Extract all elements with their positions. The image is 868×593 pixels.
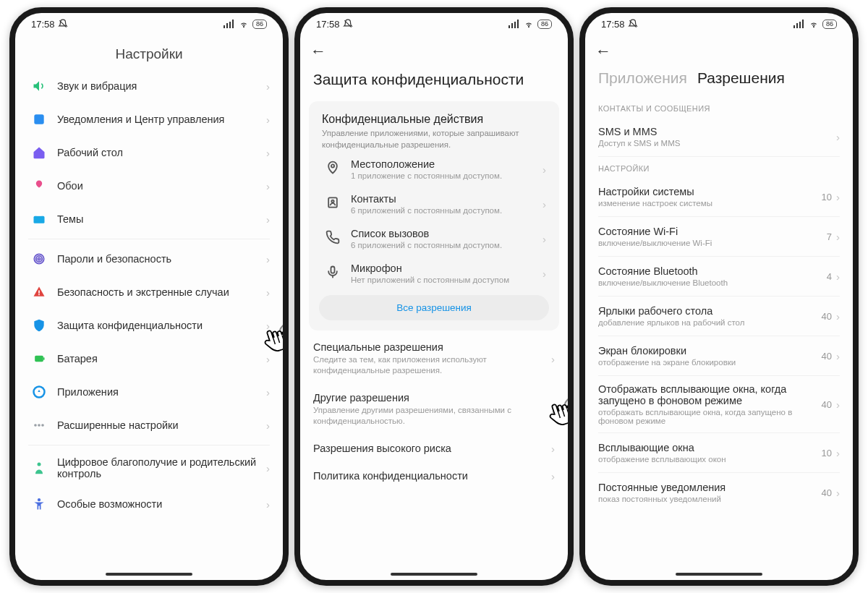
- back-button[interactable]: ←: [595, 42, 611, 61]
- permission-row[interactable]: Постоянные уведомленияпоказ постоянных у…: [585, 473, 853, 512]
- row-subtitle: Следите за тем, как приложения использую…: [313, 354, 555, 376]
- settings-row[interactable]: Приложения›: [15, 375, 283, 409]
- permission-row[interactable]: Экран блокировкиотображение на экране бл…: [585, 336, 853, 375]
- settings-row[interactable]: Рабочий стол›: [15, 136, 283, 169]
- permission-row[interactable]: Настройки системыизменение настроек сист…: [585, 177, 853, 216]
- row-title: Разрешения высокого риска: [313, 443, 555, 454]
- permission-row[interactable]: Состояние Bluetoothвключение/выключение …: [585, 257, 853, 296]
- row-label: Темы: [57, 213, 266, 225]
- svg-rect-21: [509, 25, 510, 28]
- row-label: Безопасность и экстренные случаи: [57, 286, 266, 298]
- shield-icon: [31, 317, 47, 333]
- all-permissions-button[interactable]: Все разрешения: [319, 295, 549, 320]
- status-bar: 17:58 86: [15, 13, 283, 35]
- settings-row[interactable]: Батарея›: [15, 342, 283, 375]
- settings-row[interactable]: Звук и вибрация›: [15, 69, 283, 103]
- settings-row[interactable]: Расширенные настройки›: [15, 409, 283, 442]
- row-label: Рабочий стол: [57, 147, 266, 158]
- row-title: Политика конфиденциальности: [313, 470, 555, 482]
- row-subtitle: 6 приложений с постоянным доступом.: [351, 241, 542, 249]
- row-label: Цифровое благополучие и родительский кон…: [57, 456, 266, 479]
- svg-point-17: [38, 424, 41, 427]
- row-title: Контакты: [351, 193, 542, 205]
- svg-rect-30: [793, 25, 795, 28]
- row-title: Экран блокировки: [598, 345, 822, 357]
- permission-row[interactable]: Контакты6 приложений с постоянным доступ…: [312, 187, 556, 221]
- svg-rect-33: [802, 20, 804, 28]
- settings-row[interactable]: Безопасность и экстренные случаи›: [15, 276, 283, 309]
- chevron-right-icon: ›: [266, 80, 270, 93]
- row-title: Список вызовов: [351, 228, 542, 239]
- section-settings: НАСТРОЙКИ: [585, 157, 853, 177]
- permission-row[interactable]: Местоположение1 приложение с постоянным …: [312, 152, 556, 187]
- chevron-right-icon: ›: [836, 191, 840, 203]
- chevron-right-icon: ›: [551, 469, 555, 482]
- permission-row[interactable]: Отображать всплывающие окна, когда запущ…: [585, 376, 853, 432]
- row-title: Микрофон: [351, 263, 542, 274]
- battery-icon: 86: [822, 20, 837, 29]
- settings-row[interactable]: Пароли и безопасность›: [15, 242, 283, 276]
- dnd-icon: [628, 19, 638, 29]
- wifi-icon: [238, 20, 250, 28]
- svg-point-19: [38, 463, 41, 466]
- row-count: 10: [822, 192, 832, 202]
- tab-permissions[interactable]: Разрешения: [697, 69, 785, 87]
- svg-rect-1: [226, 23, 228, 28]
- row-subtitle: 1 приложение с постоянным доступом.: [351, 171, 542, 180]
- volume-icon: [31, 78, 47, 94]
- settings-row[interactable]: Особые возможности›: [15, 487, 283, 521]
- status-time: 17:58: [316, 19, 340, 30]
- back-button[interactable]: ←: [310, 42, 326, 61]
- row-subtitle: включение/выключение Bluetooth: [598, 278, 827, 287]
- apps-icon: [31, 384, 47, 400]
- svg-point-16: [34, 424, 37, 427]
- tabs: Приложения Разрешения: [585, 64, 853, 97]
- section-contacts: КОНТАКТЫ И СООБЩЕНИЯ: [585, 97, 853, 117]
- chevron-right-icon: ›: [551, 352, 555, 364]
- row-count: 40: [822, 351, 832, 362]
- permission-row[interactable]: Список вызовов6 приложений с постоянным …: [312, 221, 556, 256]
- row-sms-mms[interactable]: SMS и MMS Доступ к SMS и MMS ›: [585, 117, 853, 156]
- dnd-icon: [58, 19, 68, 29]
- home-indicator[interactable]: [676, 573, 762, 576]
- row-subtitle: изменение настроек системы: [598, 199, 822, 208]
- phone-settings: 17:58 86 Настройки Звук и вибрация›Уведо…: [9, 7, 289, 586]
- settings-row[interactable]: Защита конфиденциальности›: [15, 309, 283, 342]
- chevron-right-icon: ›: [836, 398, 840, 411]
- battery-icon: [31, 351, 47, 367]
- row-count: 10: [822, 448, 832, 458]
- wellbeing-icon: [31, 460, 47, 476]
- card-title: Конфиденциальные действия: [322, 113, 546, 126]
- chevron-right-icon: ›: [266, 213, 270, 226]
- svg-point-4: [243, 27, 244, 27]
- permission-row[interactable]: Всплывающие окнаотображение всплывающих …: [585, 433, 853, 472]
- settings-row[interactable]: Обои›: [15, 169, 283, 202]
- chevron-right-icon: ›: [266, 419, 270, 432]
- home-indicator[interactable]: [106, 573, 192, 576]
- chevron-right-icon: ›: [266, 286, 270, 299]
- chevron-right-icon: ›: [836, 270, 840, 283]
- chevron-right-icon: ›: [542, 198, 546, 210]
- chevron-right-icon: ›: [836, 487, 840, 499]
- permission-row[interactable]: МикрофонНет приложений с постоянным дост…: [312, 256, 556, 291]
- settings-row[interactable]: Темы›: [15, 202, 283, 236]
- link-row[interactable]: Разрешения высокого риска›: [300, 435, 568, 462]
- permission-row[interactable]: Состояние Wi-Fiвключение/выключение Wi-F…: [585, 217, 853, 256]
- row-count: 40: [822, 487, 832, 498]
- svg-rect-13: [35, 356, 43, 362]
- tab-apps[interactable]: Приложения: [598, 69, 687, 87]
- svg-rect-32: [799, 22, 801, 28]
- link-row[interactable]: Политика конфиденциальности›: [300, 462, 568, 490]
- chevron-right-icon: ›: [266, 462, 270, 474]
- link-row[interactable]: Другие разрешенияУправление другими разр…: [300, 384, 568, 435]
- svg-rect-3: [232, 20, 234, 28]
- link-row[interactable]: Специальные разрешенияСледите за тем, ка…: [300, 333, 568, 384]
- svg-rect-0: [224, 25, 225, 28]
- home-indicator[interactable]: [391, 573, 477, 576]
- contacts-icon: [326, 195, 340, 213]
- permission-row[interactable]: Ярлыки рабочего столадобавление ярлыков …: [585, 296, 853, 336]
- settings-row[interactable]: Цифровое благополучие и родительский кон…: [15, 448, 283, 487]
- chevron-right-icon: ›: [266, 147, 270, 159]
- settings-row[interactable]: Уведомления и Центр управления›: [15, 103, 283, 136]
- row-subtitle: Нет приложений с постоянным доступом: [351, 276, 542, 284]
